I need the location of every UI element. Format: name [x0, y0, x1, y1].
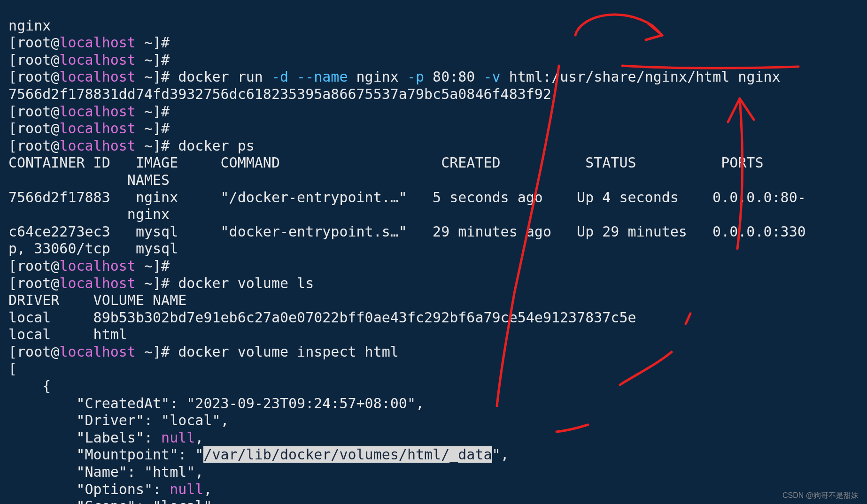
- volume-row1: local 89b53b302bd7e91eb6c27a0e07022bff0a…: [8, 309, 636, 326]
- cmd-docker-ps: docker ps: [170, 137, 255, 154]
- flag-name: --name: [288, 69, 348, 85]
- json-options-key: "Options":: [8, 481, 170, 497]
- line-nginx: nginx: [8, 17, 51, 34]
- ps-row-nginx: 7566d2f17883 nginx "/docker-entrypoint.……: [8, 189, 806, 206]
- cmd-volume-ls: docker volume ls: [170, 275, 314, 291]
- json-name: "Name": "html",: [8, 464, 203, 480]
- arg-v: html:/usr/share/nginx/html nginx: [501, 69, 781, 85]
- prompt-path: ~: [136, 34, 153, 51]
- flag-v: -v: [484, 69, 501, 85]
- cmd-docker-run: docker run: [170, 69, 271, 85]
- ps-row-nginx-name: nginx: [8, 206, 170, 222]
- prompt-at: @: [51, 34, 59, 51]
- container-hash: 7566d2f178831dd74fd3932756dc618235395a86…: [8, 86, 551, 102]
- ps-row-mysql: c64ce2273ec3 mysql "docker-entrypoint.s……: [8, 223, 806, 240]
- json-open-brace: {: [8, 378, 51, 394]
- arg-p: 80:80: [424, 69, 483, 85]
- prompt-user: root: [17, 34, 51, 51]
- cmd-volume-inspect: docker volume inspect html: [170, 344, 399, 360]
- ps-header: CONTAINER ID IMAGE COMMAND CREATED STATU…: [8, 154, 763, 171]
- json-mountpoint-highlight: /var/lib/docker/volumes/html/_data: [203, 446, 492, 463]
- json-null: null: [161, 429, 195, 446]
- flag-d: -d: [271, 69, 288, 85]
- terminal-output[interactable]: nginx [root@localhost ~]# [root@localhos…: [8, 0, 859, 504]
- prompt-bracket: [: [8, 34, 17, 51]
- prompt-end: ]#: [153, 34, 170, 51]
- json-createdat: "CreatedAt": "2023-09-23T09:24:57+08:00"…: [8, 395, 424, 412]
- json-open-bracket: [: [8, 360, 17, 377]
- arg-name: nginx: [348, 69, 407, 85]
- volume-header: DRIVER VOLUME NAME: [8, 292, 186, 308]
- json-labels-key: "Labels":: [8, 429, 161, 446]
- ps-row-mysql-name: p, 33060/tcp mysql: [8, 240, 178, 257]
- prompt-host: localhost: [59, 34, 136, 51]
- volume-row2: local html: [8, 326, 127, 343]
- json-driver: "Driver": "local",: [8, 412, 229, 428]
- json-mountpoint-key: "Mountpoint": ": [8, 446, 203, 463]
- ps-header-names: NAMES: [8, 172, 170, 188]
- watermark: CSDN @狗哥不是甜妹: [782, 491, 859, 500]
- flag-p: -p: [407, 69, 424, 85]
- json-scope: "Scope": "local": [8, 498, 212, 504]
